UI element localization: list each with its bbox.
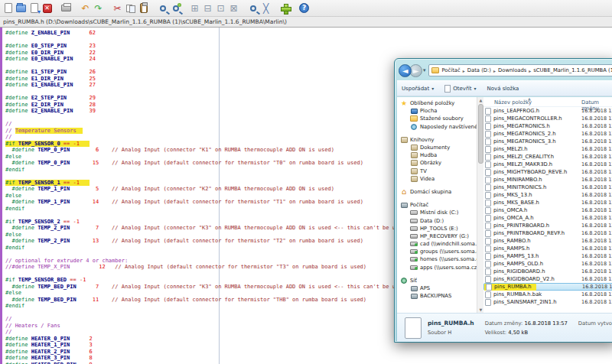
sidebar-item-videa[interactable]: Videa xyxy=(400,175,477,183)
tile-horizontal-icon[interactable]: ⊟ xyxy=(201,2,214,15)
copy-icon[interactable] xyxy=(124,2,137,15)
current-folder-icon xyxy=(431,67,439,73)
open-file-icon[interactable] xyxy=(15,2,28,15)
sidebar-item-hp-recovery-g[interactable]: HP_RECOVERY (G:) xyxy=(400,232,477,240)
file-row[interactable]: pins_RIGIDBOARD_V2.h16.8.2018 13:57 xyxy=(483,275,612,283)
find-icon[interactable] xyxy=(156,2,169,15)
close-file-icon[interactable]: ✕ xyxy=(41,2,54,15)
file-row[interactable]: pins_MINITRONICS.h16.8.2018 13:57 xyxy=(483,184,612,191)
sidebar-scrollbar[interactable]: ▲ ▼ xyxy=(477,97,483,313)
sidebar-item-cad-windchill-soma-cz[interactable]: cad (\\windchill.soma.cz) xyxy=(400,240,477,248)
organize-button[interactable]: Uspořádat ▾ xyxy=(402,86,434,92)
file-row[interactable]: pins_MELZI_CREALITY.h16.8.2018 13:57 xyxy=(483,153,612,161)
sidebar-item-s[interactable]: Síť xyxy=(400,277,477,284)
open-button[interactable]: Otevřít ▾ xyxy=(444,85,476,93)
sidebar-item-dom-c-skupina[interactable]: ⌂Domácí skupina xyxy=(400,188,477,196)
text-zoom-icon[interactable] xyxy=(246,2,259,15)
sidebar-item-m-stn-disk-c[interactable]: Místní disk (C:) xyxy=(400,209,477,216)
file-icon xyxy=(485,276,491,283)
file-row[interactable]: pins_MELZI.h16.8.2018 13:57 xyxy=(483,145,612,153)
file-row[interactable]: pins_PRINTRBOARD.h16.8.2018 13:57 xyxy=(483,222,612,229)
file-icon xyxy=(485,268,491,275)
column-name[interactable]: Název položky xyxy=(494,99,532,106)
sidebar-item-apps-users-soma-cz-z[interactable]: apps (\\users.soma.cz) (Z xyxy=(400,264,477,271)
scrollbar-thumb[interactable] xyxy=(478,104,483,164)
toolbar-group-gap xyxy=(150,8,156,8)
file-row[interactable]: pins_PRINTRBOARD_REVF.h16.8.2018 13:57 xyxy=(483,229,612,237)
file-row[interactable]: pins_MEGATRONICS.h16.8.2018 13:57 xyxy=(483,122,612,130)
sidebar-item-dokumenty[interactable]: Dokumenty xyxy=(400,144,477,151)
code-token: #define xyxy=(5,342,31,348)
file-row[interactable]: pins_MEGATRONICS_3.h16.8.2018 13:57 xyxy=(483,138,612,145)
file-row[interactable]: pins_MKS_13.h16.8.2018 13:57 xyxy=(483,191,612,199)
file-row[interactable]: pins_MELZI_MAKR3D.h16.8.2018 13:57 xyxy=(483,161,612,168)
explorer-window[interactable]: ◄ ► ▾ Počítač▸Data (D:)▸Downloads▸sCUBE_… xyxy=(394,58,612,343)
sidebar-item-plocha[interactable]: Plocha xyxy=(400,107,477,115)
breadcrumb-item[interactable]: Data (D:) xyxy=(467,67,491,73)
find-in-files-icon[interactable] xyxy=(169,2,182,15)
sidebar-item-backupnas[interactable]: BACKUPNAS xyxy=(400,292,477,300)
file-row[interactable]: pins_MEGACONTROLLER.h16.8.2018 13:57 xyxy=(483,115,612,122)
sidebar-item-hp-tools-e[interactable]: HP_TOOLS (E:) xyxy=(400,225,477,232)
file-row[interactable]: pins_MIGHTYBOARD_REVE.h16.8.2018 13:57 xyxy=(483,168,612,176)
file-row[interactable]: pins_LEAPFROG.h16.8.2018 13:57 xyxy=(483,107,612,115)
file-row[interactable]: pins_RAMPS_OLD.h16.8.2018 13:57 xyxy=(483,260,612,268)
sidebar-item-homes-users-soma-cz[interactable]: homes (\\users.soma.cz) xyxy=(400,255,477,263)
file-row[interactable]: pins_RUMBA.h.bak16.8.2018 13:57 xyxy=(483,291,612,298)
file-row[interactable]: pins_RAMBO.h16.8.2018 13:57 xyxy=(483,237,612,245)
sidebar-item-data-d[interactable]: Data (D:) xyxy=(400,216,477,224)
settings-icon[interactable]: ╳ xyxy=(259,2,272,15)
address-breadcrumb-bar[interactable]: Počítač▸Data (D:)▸Downloads▸sCUBE_Marlin… xyxy=(428,64,612,76)
sidebar-item-label: groups (\\users.soma.cz) xyxy=(420,249,477,255)
breadcrumb-item[interactable]: Počítač xyxy=(442,67,461,73)
file-name: pins_MELZI_CREALITY.h xyxy=(493,154,554,160)
file-row[interactable]: pins_RAMPS.h16.8.2018 13:57 xyxy=(483,245,612,252)
undo-icon[interactable]: ↶ xyxy=(79,2,92,15)
breadcrumb-item[interactable]: Downloads xyxy=(498,67,526,73)
file-row[interactable]: pins_OMCA_A.h16.8.2018 13:57 xyxy=(483,214,612,222)
history-dropdown-icon[interactable]: ▾ xyxy=(423,67,426,73)
sidebar-item-obr-zky[interactable]: Obrázky xyxy=(400,159,477,167)
editor-tab-title[interactable]: pins_RUMBA.h (D:\Downloads\sCUBE_Marlin_… xyxy=(3,18,287,25)
file-icon xyxy=(485,215,491,222)
back-button[interactable]: ◄ xyxy=(399,64,412,77)
file-icon xyxy=(485,200,491,206)
save-file-icon[interactable]: ▾ xyxy=(28,2,41,15)
new-file-icon[interactable] xyxy=(2,2,15,15)
sidebar-item-hudba[interactable]: Hudba xyxy=(400,151,477,159)
code-token: TEMP_BED_PIN xyxy=(37,284,76,290)
sidebar-item-obl-ben-polo-ky[interactable]: ★Oblíbené položky xyxy=(400,99,477,107)
file-row[interactable]: pins_RUMBA.h16.8.2018 13:57 xyxy=(483,283,612,291)
file-row[interactable]: pins_MKS_BASE.h16.8.2018 13:57 xyxy=(483,199,612,206)
redo-icon[interactable]: ↷ xyxy=(92,2,105,15)
editor-tab-bar[interactable]: pins_RUMBA.h (D:\Downloads\sCUBE_Marlin_… xyxy=(0,17,612,28)
cut-icon[interactable]: ✂ xyxy=(111,2,124,15)
file-name: pins_LEAPFROG.h xyxy=(493,108,539,114)
file-row[interactable]: pins_RIGIDBOARD.h16.8.2018 13:57 xyxy=(483,268,612,275)
file-row[interactable]: pins_SAINSMART_2IN1.h16.8.2018 13:57 xyxy=(483,298,612,306)
file-row[interactable]: pins_OMCA.h16.8.2018 13:57 xyxy=(483,206,612,214)
sidebar-item-naposledy-nav-t-ven[interactable]: Naposledy navštívené xyxy=(400,123,477,131)
sidebar-item-sta-en-soubory[interactable]: Stažené soubory xyxy=(400,115,477,122)
computer-icon xyxy=(400,201,408,209)
sidebar-item-label: Místní disk (C:) xyxy=(420,210,459,216)
breadcrumb-item[interactable]: sCUBE_Marlin_1.1.6_RUMBA (1) xyxy=(533,67,612,73)
file-row[interactable]: pins_RAMPS_13.h16.8.2018 13:57 xyxy=(483,252,612,260)
new-window-icon[interactable]: ⊞ xyxy=(188,2,201,15)
file-row[interactable]: pins_MEGATRONICS_2.h16.8.2018 13:57 xyxy=(483,130,612,138)
file-modified-date: 16.8.2018 13:57 xyxy=(581,161,612,167)
new-folder-button[interactable]: Nová složka xyxy=(487,86,519,92)
cascade-icon[interactable]: ⊠ xyxy=(227,2,240,15)
sidebar-item-aps[interactable]: APS xyxy=(400,284,477,292)
print-icon[interactable] xyxy=(60,2,73,15)
sidebar-item-po-ta[interactable]: Počítač xyxy=(400,201,477,209)
sidebar-item-groups-users-soma-cz[interactable]: groups (\\users.soma.cz) xyxy=(400,248,477,255)
sidebar-item-knihovny[interactable]: Knihovny xyxy=(400,136,477,144)
plugins-icon[interactable] xyxy=(278,2,291,15)
tile-vertical-icon[interactable]: ⊡ xyxy=(214,2,227,15)
paste-icon[interactable] xyxy=(137,2,150,15)
help-icon[interactable]: ? xyxy=(298,2,311,15)
code-token: 2 xyxy=(90,336,93,342)
sidebar-item-tv[interactable]: TV xyxy=(400,167,477,175)
file-row[interactable]: pins_MINIRAMBO.h16.8.2018 13:57 xyxy=(483,176,612,184)
